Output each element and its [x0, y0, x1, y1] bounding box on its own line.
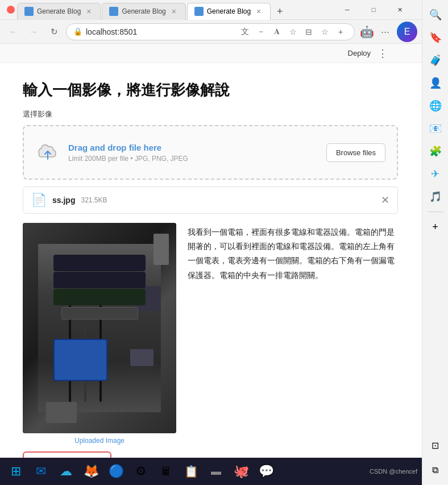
tab-label-1: Generate Blog [37, 7, 81, 15]
tab-2[interactable]: Generate Blog × [102, 3, 185, 20]
add-sidebar-icon[interactable]: + [425, 217, 446, 237]
tab-3[interactable]: Generate Blog × [187, 3, 271, 20]
copilot-icon[interactable]: 🤖 [358, 23, 375, 40]
main-content: 輸入一個影像，將進行影像解說 選擇影像 Drag and drop file [0, 63, 421, 485]
upload-icon [35, 140, 60, 165]
spotify-icon[interactable]: 🎵 [425, 186, 446, 207]
uploaded-image-wrap: Uploaded Image [23, 223, 176, 445]
upload-text-area: Drag and drop file here Limit 200MB per … [68, 143, 188, 163]
title-bar: Generate Blog × Generate Blog × Generate… [0, 0, 422, 20]
tab-1[interactable]: Generate Blog × [17, 3, 101, 20]
translate-icon[interactable]: 文 [238, 25, 252, 39]
deploy-button[interactable]: Deploy [343, 48, 375, 59]
upload-drag-text: Drag and drop file here [68, 143, 188, 152]
calc-taskbar-icon[interactable]: 🖩 [155, 460, 177, 483]
tab-favicon-1 [24, 7, 34, 16]
expand-sidebar-icon[interactable]: ⊡ [425, 435, 446, 455]
zoom-out-icon[interactable]: － [254, 25, 268, 39]
telegram-icon[interactable]: ✈ [425, 164, 446, 184]
cloud-taskbar-icon[interactable]: ☁ [55, 460, 77, 483]
start-button[interactable]: ⊞ [5, 460, 27, 483]
description-text: 我看到一個電箱，裡面有很多電線和電器設備。電箱的門是開著的，可以看到裡面的電線和… [188, 223, 398, 283]
more-options-icon[interactable]: ⋯ [376, 23, 393, 40]
window-control-close[interactable] [7, 6, 15, 14]
file-size: 321.5KB [81, 196, 107, 204]
address-text: localhost:8501 [86, 27, 235, 36]
upload-left: Drag and drop file here Limit 200MB per … [35, 140, 188, 165]
outlook-icon[interactable]: 📧 [425, 118, 446, 139]
image-label: Uploaded Image [74, 437, 125, 445]
terminal-taskbar-icon[interactable]: ▬ [205, 460, 227, 483]
favorite-icon[interactable]: ☆ [286, 25, 300, 39]
chrome-taskbar-icon[interactable]: 🔵 [105, 460, 127, 483]
right-nav-icons: 🤖 ⋯ E [358, 22, 417, 42]
address-bar[interactable]: 🔒 localhost:8501 文 － 𝐀 ☆ ⊟ ☆ + [66, 23, 355, 40]
file-remove-button[interactable]: ✕ [381, 194, 389, 206]
tab-favicon-3 [194, 7, 204, 16]
new-tab-button[interactable]: + [272, 4, 288, 20]
profile-sidebar-icon[interactable]: 👤 [425, 73, 446, 93]
upload-limit-text: Limit 200MB per file • JPG, PNG, JPEG [68, 155, 188, 163]
tab-label-2: Generate Blog [122, 7, 165, 15]
forward-button[interactable]: → [25, 23, 42, 40]
extension-icon[interactable]: 🧩 [425, 141, 446, 161]
mail-taskbar-icon[interactable]: ✉ [30, 460, 52, 483]
profile-icon[interactable]: E [397, 22, 417, 42]
upload-area[interactable]: Drag and drop file here Limit 200MB per … [23, 125, 398, 180]
taskbar-label: CSDN @chencef [370, 468, 417, 475]
collections-icon[interactable]: ☆ [318, 25, 331, 39]
github-taskbar-icon[interactable]: 🐙 [230, 460, 252, 483]
page-title: 輸入一個影像，將進行影像解說 [23, 80, 398, 100]
browser-add-icon[interactable]: + [334, 25, 347, 39]
browse-files-button[interactable]: Browse files [326, 143, 385, 162]
tab-close-2[interactable]: × [169, 7, 179, 16]
image-desc-row: Uploaded Image 我看到一個電箱，裡面有很多電線和電器設備。電箱的門… [23, 223, 398, 445]
window-controls: ─ □ ✕ [334, 0, 413, 20]
maximize-button[interactable]: □ [360, 0, 387, 20]
lock-icon: 🔒 [73, 27, 82, 36]
back-button[interactable]: ← [5, 23, 22, 40]
tab-favicon-2 [109, 7, 118, 16]
minimize-button[interactable]: ─ [334, 0, 360, 20]
sidebar-divider [428, 212, 443, 212]
globe-icon[interactable]: 🌐 [425, 96, 446, 116]
file-type-icon: 📄 [31, 193, 47, 208]
browser-sidebar: 🔍 🔖 🧳 👤 🌐 📧 🧩 ✈ 🎵 + ⊡ ⧉ [422, 0, 448, 485]
briefcase-icon[interactable]: 🧳 [425, 50, 446, 71]
search-icon[interactable]: 🔍 [425, 5, 446, 25]
toolbar-row: Deploy ⋮ [0, 44, 422, 63]
tabs-area: Generate Blog × Generate Blog × Generate… [17, 0, 334, 20]
address-icons: 文 － 𝐀 ☆ ⊟ ☆ + [238, 25, 347, 39]
settings-taskbar-icon[interactable]: ⚙ [130, 460, 152, 483]
notes-taskbar-icon[interactable]: 📋 [180, 460, 202, 483]
taskbar-right: CSDN @chencef [370, 468, 417, 475]
tab-close-3[interactable]: × [254, 7, 263, 16]
uploaded-image [23, 223, 176, 433]
tab-close-1[interactable]: × [84, 7, 93, 16]
line-taskbar-icon[interactable]: 💬 [255, 460, 277, 483]
refresh-button[interactable]: ↻ [45, 23, 63, 40]
section-label: 選擇影像 [23, 109, 398, 119]
zoom-in-icon[interactable]: 𝐀 [270, 25, 284, 39]
firefox-taskbar-icon[interactable]: 🦊 [80, 460, 102, 483]
split-icon[interactable]: ⊟ [302, 25, 316, 39]
toolbar-menu-button[interactable]: ⋮ [375, 47, 390, 60]
nav-bar: ← → ↻ 🔒 localhost:8501 文 － 𝐀 ☆ ⊟ ☆ + 🤖 ⋯ [0, 20, 422, 44]
tab-label-3: Generate Blog [207, 7, 251, 15]
bookmark-icon[interactable]: 🔖 [425, 27, 446, 48]
taskbar: ⊞ ✉ ☁ 🦊 🔵 ⚙ 🖩 📋 ▬ 🐙 💬 CSDN @chencef [0, 458, 422, 485]
file-name: ss.jpg [52, 196, 75, 205]
external-link-icon[interactable]: ⧉ [425, 460, 446, 480]
file-item: 📄 ss.jpg 321.5KB ✕ [23, 186, 398, 214]
close-button[interactable]: ✕ [387, 0, 413, 20]
